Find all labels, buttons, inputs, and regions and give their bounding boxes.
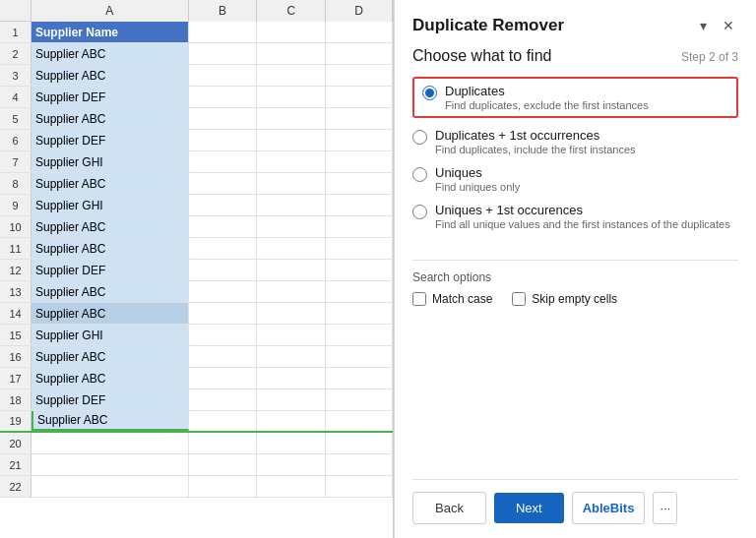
row-number: 18 (0, 389, 32, 410)
row-number: 13 (0, 281, 32, 302)
cell (189, 22, 258, 42)
cell[interactable]: Supplier DEF (32, 87, 189, 107)
cell[interactable]: Supplier DEF (32, 389, 189, 410)
table-row: 9 Supplier GHI (0, 195, 393, 216)
cell (326, 173, 393, 194)
cell (326, 108, 393, 129)
cell (326, 238, 393, 259)
radio-dup-first[interactable] (412, 130, 427, 145)
row-number: 16 (0, 346, 32, 367)
cell (189, 454, 258, 475)
cell[interactable]: Supplier Name (32, 22, 189, 42)
cell (189, 411, 258, 431)
row-number: 17 (0, 368, 32, 389)
cell (257, 22, 326, 42)
table-row: 11 Supplier ABC (0, 238, 393, 260)
duplicate-remover-panel: Duplicate Remover ▾ ✕ Choose what to fin… (394, 0, 756, 538)
cell[interactable]: Supplier ABC (32, 43, 189, 64)
more-button[interactable]: ··· (653, 492, 677, 524)
choose-title: Choose what to find (412, 47, 551, 65)
cell[interactable] (32, 433, 189, 453)
cell[interactable]: Supplier ABC (32, 368, 189, 389)
cell[interactable]: Supplier GHI (32, 325, 189, 345)
option-dup-first[interactable]: Duplicates + 1st occurrences Find duplic… (412, 128, 738, 155)
row-number: 14 (0, 303, 32, 324)
option-text: Uniques Find uniques only (435, 165, 520, 193)
cell (189, 43, 258, 64)
row-number: 6 (0, 130, 32, 150)
step-label: Step 2 of 3 (681, 50, 738, 64)
cell (189, 238, 258, 259)
skip-empty-checkbox[interactable] (512, 292, 526, 306)
cell (257, 108, 326, 129)
row-number: 21 (0, 454, 32, 475)
option-group: Duplicates Find duplicates, exclude the … (412, 77, 738, 230)
back-button[interactable]: Back (412, 492, 486, 524)
cell[interactable]: Supplier GHI (32, 195, 189, 215)
row-number: 11 (0, 238, 32, 259)
table-row: 18 Supplier DEF (0, 389, 393, 411)
table-row: 4 Supplier DEF (0, 87, 393, 108)
cell (257, 260, 326, 280)
cell (189, 130, 258, 150)
match-case-checkbox[interactable] (412, 292, 426, 306)
table-row: 2 Supplier ABC (0, 43, 393, 65)
option-uniques[interactable]: Uniques Find uniques only (412, 165, 738, 193)
cell[interactable]: Supplier ABC (32, 411, 189, 431)
option-desc: Find uniques only (435, 181, 520, 193)
next-button[interactable]: Next (494, 493, 564, 523)
panel-controls: ▾ ✕ (696, 16, 738, 35)
ablebits-button[interactable]: AbleBits (572, 492, 646, 524)
option-uniques-first[interactable]: Uniques + 1st occurences Find all unique… (412, 203, 738, 230)
cell (326, 151, 393, 172)
cell[interactable] (32, 476, 189, 497)
row-number: 1 (0, 22, 32, 42)
match-case-checkbox-item[interactable]: Match case (412, 292, 492, 306)
cell[interactable] (32, 454, 189, 475)
cell (326, 195, 393, 215)
cell (257, 346, 326, 367)
cell (257, 281, 326, 302)
cell (257, 65, 326, 86)
cell[interactable]: Supplier ABC (32, 173, 189, 194)
cell (326, 22, 393, 42)
cell (189, 216, 258, 237)
cell[interactable]: Supplier ABC (32, 65, 189, 86)
cell (257, 368, 326, 389)
skip-empty-checkbox-item[interactable]: Skip empty cells (512, 292, 617, 306)
cell (189, 281, 258, 302)
cell (189, 346, 258, 367)
cell (257, 87, 326, 107)
col-header-c: C (257, 0, 326, 22)
cell (257, 303, 326, 324)
cell[interactable]: Supplier GHI (32, 151, 189, 172)
radio-uniques-first[interactable] (412, 205, 427, 219)
row-number: 9 (0, 195, 32, 215)
cell[interactable]: Supplier ABC (32, 281, 189, 302)
table-row: 16 Supplier ABC (0, 346, 393, 368)
table-row: 17 Supplier ABC (0, 368, 393, 389)
option-duplicates[interactable]: Duplicates Find duplicates, exclude the … (422, 84, 728, 111)
col-header-b: B (189, 0, 258, 22)
row-number: 10 (0, 216, 32, 237)
cell[interactable]: Supplier ABC (32, 303, 189, 324)
panel-close-button[interactable]: ✕ (719, 16, 738, 35)
table-row: 10 Supplier ABC (0, 216, 393, 238)
option-label: Uniques (435, 165, 520, 180)
cell[interactable]: Supplier ABC (32, 108, 189, 129)
cell[interactable]: Supplier DEF (32, 260, 189, 280)
cell (326, 216, 393, 237)
cell (326, 87, 393, 107)
cell[interactable]: Supplier ABC (32, 238, 189, 259)
cell[interactable]: Supplier ABC (32, 216, 189, 237)
radio-uniques[interactable] (412, 167, 427, 182)
cell[interactable]: Supplier ABC (32, 346, 189, 367)
cell (326, 281, 393, 302)
search-section: Search options Match case Skip empty cel… (412, 250, 738, 306)
cell (189, 87, 258, 107)
radio-duplicates[interactable] (422, 86, 437, 100)
cell[interactable]: Supplier DEF (32, 130, 189, 150)
cell (189, 151, 258, 172)
search-options-label: Search options (412, 270, 738, 284)
panel-minimize-button[interactable]: ▾ (696, 16, 711, 35)
